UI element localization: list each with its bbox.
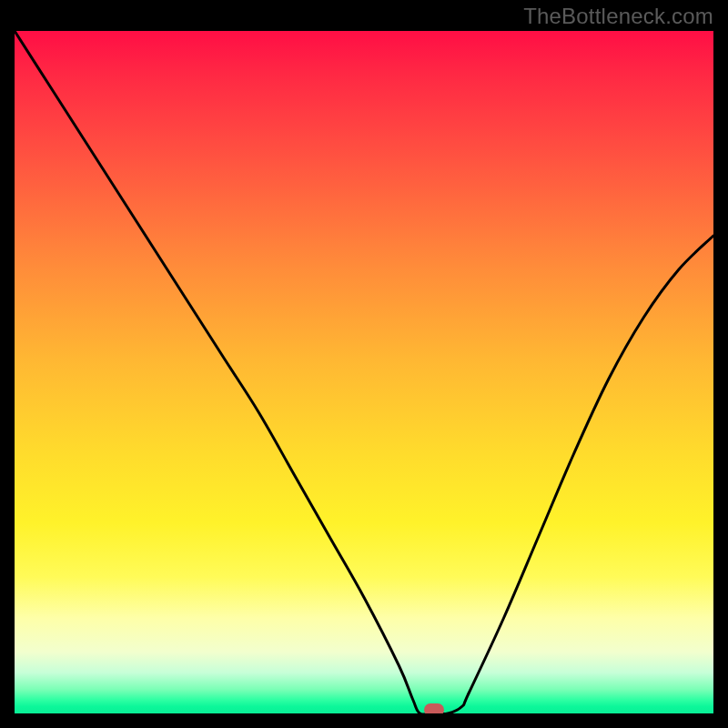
- optimal-point-marker: [424, 703, 444, 713]
- watermark-label: TheBottleneck.com: [523, 4, 713, 29]
- chart-frame: TheBottleneck.com: [0, 0, 728, 728]
- bottleneck-curve: [15, 31, 713, 713]
- plot-area: [15, 31, 713, 713]
